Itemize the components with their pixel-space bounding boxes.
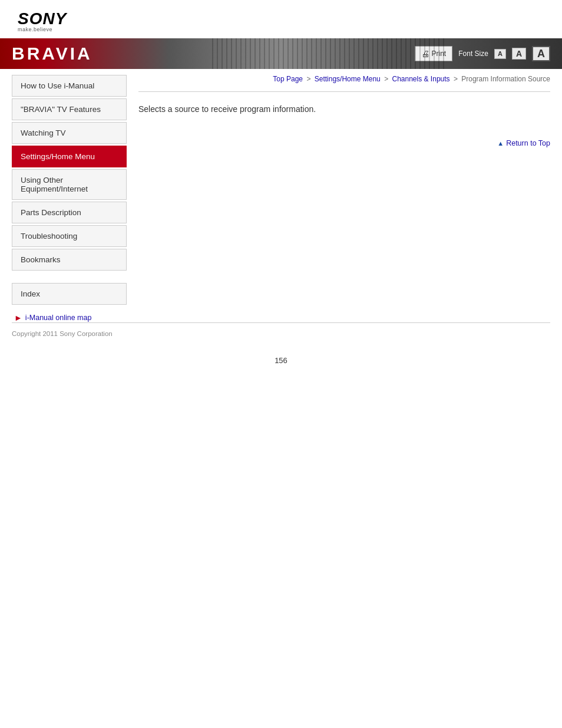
sidebar-item-bookmarks[interactable]: Bookmarks [12,249,127,271]
page-number: 156 [0,344,562,371]
breadcrumb-channels[interactable]: Channels & Inputs [392,75,450,83]
sidebar-item-bravia-tv[interactable]: "BRAVIA" TV Features [12,98,127,120]
sidebar-item-troubleshooting[interactable]: Troubleshooting [12,225,127,247]
font-small-button[interactable]: A [494,49,506,59]
triangle-up-icon: ▲ [497,140,504,147]
breadcrumb-top-page[interactable]: Top Page [273,75,303,83]
online-map-link[interactable]: ► i-Manual online map [12,313,127,322]
print-button[interactable]: 🖨 Print [415,46,453,61]
page-description: Selects a source to receive program info… [138,103,550,127]
print-icon: 🖨 [421,49,429,58]
breadcrumb-current: Program Information Source [461,75,550,83]
sidebar-item-parts-desc[interactable]: Parts Description [12,202,127,223]
return-to-top-link[interactable]: ▲ Return to Top [497,139,550,147]
main-content: Top Page > Settings/Home Menu > Channels… [138,69,550,322]
online-map-label: i-Manual online map [25,314,92,322]
sony-tagline: make.believe [18,27,544,32]
sidebar-index[interactable]: Index [12,283,127,305]
sidebar: How to Use i-Manual "BRAVIA" TV Features… [12,69,127,322]
bravia-banner: BRAVIA 🖨 Print Font Size A A A [0,38,562,69]
font-medium-button[interactable]: A [512,48,526,60]
arrow-icon: ► [14,313,22,322]
sony-brand: SONY [18,11,544,27]
breadcrumb-settings[interactable]: Settings/Home Menu [315,75,381,83]
copyright-text: Copyright 2011 Sony Corporation [12,330,113,337]
breadcrumb-sep1: > [306,75,310,83]
footer: Copyright 2011 Sony Corporation [0,323,562,344]
breadcrumb: Top Page > Settings/Home Menu > Channels… [138,75,550,88]
breadcrumb-sep2: > [384,75,388,83]
breadcrumb-sep3: > [454,75,458,83]
sidebar-item-watching-tv[interactable]: Watching TV [12,122,127,144]
banner-right: 🖨 Print Font Size A A A [415,46,550,61]
logo-area: SONY make.believe [0,0,562,38]
sidebar-item-using-other[interactable]: Using Other Equipment/Internet [12,169,127,200]
content-divider [138,91,550,92]
bravia-title: BRAVIA [12,44,92,64]
print-label: Print [432,50,447,58]
sidebar-item-settings-home[interactable]: Settings/Home Menu [12,146,127,167]
content-wrapper: How to Use i-Manual "BRAVIA" TV Features… [0,69,562,322]
sidebar-item-how-to-use[interactable]: How to Use i-Manual [12,75,127,97]
font-large-button[interactable]: A [532,46,550,61]
sony-logo: SONY make.believe [18,11,544,32]
return-top-label: Return to Top [506,139,550,147]
sidebar-divider [12,272,127,283]
return-top-row: ▲ Return to Top [138,127,550,152]
font-size-label: Font Size [458,50,488,58]
